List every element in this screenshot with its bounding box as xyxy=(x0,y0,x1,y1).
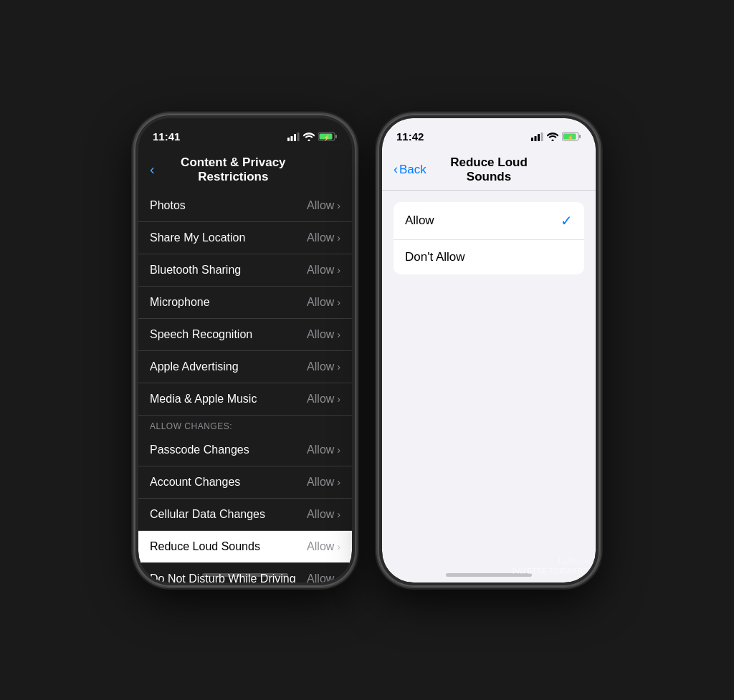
watermark-line2: PAYETTE FORWARD xyxy=(513,567,588,577)
row-value-speech: Allow xyxy=(307,328,334,341)
signal-icon-right xyxy=(531,133,543,141)
nav-title-right: Reduce Loud Sounds xyxy=(437,155,541,184)
svg-rect-8 xyxy=(531,138,533,141)
row-label-microphone: Microphone xyxy=(150,296,210,309)
row-value-cellular: Allow xyxy=(307,508,334,521)
chevron-reduce-loud: › xyxy=(337,541,340,552)
chevron-photos: › xyxy=(337,200,340,211)
row-value-dnd-driving: Allow xyxy=(307,572,334,582)
row-value-passcode: Allow xyxy=(307,444,334,456)
row-cellular[interactable]: Cellular Data Changes Allow › xyxy=(138,499,352,531)
options-card: Allow ✓ Don't Allow xyxy=(394,202,584,274)
row-label-reduce-loud: Reduce Loud Sounds xyxy=(150,540,260,553)
row-value-reduce-loud: Allow xyxy=(307,540,334,553)
row-value-bluetooth: Allow xyxy=(307,264,334,277)
row-value-media: Allow xyxy=(307,393,334,406)
row-label-cellular: Cellular Data Changes xyxy=(150,508,265,521)
section-header-changes: ALLOW CHANGES: xyxy=(138,416,352,434)
watermark: UpPhone PAYETTE FORWARD xyxy=(513,557,588,577)
options-wrapper: Allow ✓ Don't Allow xyxy=(382,202,596,274)
phone-left: 11:41 xyxy=(134,114,356,587)
back-chevron-right: ‹ xyxy=(394,162,398,177)
option-label-dont-allow: Don't Allow xyxy=(405,250,465,264)
nav-bar-right: ‹ Back Reduce Loud Sounds xyxy=(382,150,596,191)
row-share-location[interactable]: Share My Location Allow › xyxy=(138,222,352,254)
notch xyxy=(199,118,292,138)
notch-right xyxy=(442,118,535,138)
home-indicator-left xyxy=(202,573,288,577)
svg-rect-1 xyxy=(291,136,293,141)
back-label-right: Back xyxy=(399,163,426,177)
row-value-advertising: Allow xyxy=(307,360,334,373)
watermark-line1: UpPhone xyxy=(513,557,588,567)
row-label-media: Media & Apple Music xyxy=(150,393,257,406)
nav-title-left: Content & Privacy Restrictions xyxy=(155,155,312,184)
option-label-allow: Allow xyxy=(405,214,434,228)
svg-rect-10 xyxy=(538,134,540,141)
row-value-microphone: Allow xyxy=(307,296,334,309)
chevron-share-location: › xyxy=(337,232,340,244)
row-value-photos: Allow xyxy=(307,199,334,212)
battery-icon-right: ⚡ xyxy=(562,132,581,141)
row-label-speech: Speech Recognition xyxy=(150,328,252,341)
svg-rect-5 xyxy=(335,135,337,138)
svg-rect-2 xyxy=(294,134,296,141)
row-value-account: Allow xyxy=(307,476,334,489)
back-button-right[interactable]: ‹ Back xyxy=(394,162,437,177)
row-bluetooth[interactable]: Bluetooth Sharing Allow › xyxy=(138,254,352,287)
chevron-media: › xyxy=(337,393,340,405)
wifi-icon xyxy=(303,133,315,141)
wifi-icon-right xyxy=(547,133,558,141)
row-speech[interactable]: Speech Recognition Allow › xyxy=(138,319,352,351)
row-label-photos: Photos xyxy=(150,199,186,212)
chevron-dnd-driving: › xyxy=(337,573,340,582)
option-dont-allow[interactable]: Don't Allow xyxy=(394,240,584,274)
chevron-bluetooth: › xyxy=(337,264,340,276)
chevron-account: › xyxy=(337,476,340,488)
row-passcode[interactable]: Passcode Changes Allow › xyxy=(138,434,352,466)
phone-right: 11:42 xyxy=(378,114,600,587)
row-label-passcode: Passcode Changes xyxy=(150,444,249,456)
signal-icon xyxy=(287,133,300,141)
status-icons-right: ⚡ xyxy=(531,132,581,141)
chevron-microphone: › xyxy=(337,297,340,308)
row-account[interactable]: Account Changes Allow › xyxy=(138,466,352,499)
option-allow[interactable]: Allow ✓ xyxy=(394,202,584,240)
row-value-share-location: Allow xyxy=(307,231,334,244)
status-time-right: 11:42 xyxy=(396,130,424,143)
battery-icon: ⚡ xyxy=(318,132,338,141)
nav-bar-left: ‹ Content & Privacy Restrictions xyxy=(138,150,352,190)
chevron-advertising: › xyxy=(337,361,340,373)
svg-rect-11 xyxy=(541,133,543,141)
row-photos[interactable]: Photos Allow › xyxy=(138,190,352,222)
row-media[interactable]: Media & Apple Music Allow › xyxy=(138,383,352,416)
row-advertising[interactable]: Apple Advertising Allow › xyxy=(138,351,352,383)
row-label-advertising: Apple Advertising xyxy=(150,360,239,373)
row-label-account: Account Changes xyxy=(150,476,240,489)
chevron-cellular: › xyxy=(337,509,340,520)
svg-rect-13 xyxy=(579,135,581,138)
back-button-left[interactable]: ‹ xyxy=(150,161,155,178)
svg-rect-9 xyxy=(535,136,537,141)
chevron-passcode: › xyxy=(337,444,340,456)
svg-rect-3 xyxy=(297,133,300,141)
checkmark-allow: ✓ xyxy=(561,212,573,229)
svg-text:⚡: ⚡ xyxy=(567,134,574,141)
svg-rect-0 xyxy=(287,138,290,141)
row-label-bluetooth: Bluetooth Sharing xyxy=(150,264,241,277)
row-microphone[interactable]: Microphone Allow › xyxy=(138,287,352,319)
svg-text:⚡: ⚡ xyxy=(323,134,330,141)
chevron-speech: › xyxy=(337,329,340,340)
back-chevron-left: ‹ xyxy=(150,161,155,178)
row-reduce-loud[interactable]: Reduce Loud Sounds Allow › xyxy=(138,531,352,563)
row-label-share-location: Share My Location xyxy=(150,231,245,244)
status-time-left: 11:41 xyxy=(153,130,180,143)
scene: 11:41 xyxy=(134,114,600,587)
status-icons-left: ⚡ xyxy=(287,132,338,141)
settings-list-left: Photos Allow › Share My Location Allow › xyxy=(138,190,352,582)
